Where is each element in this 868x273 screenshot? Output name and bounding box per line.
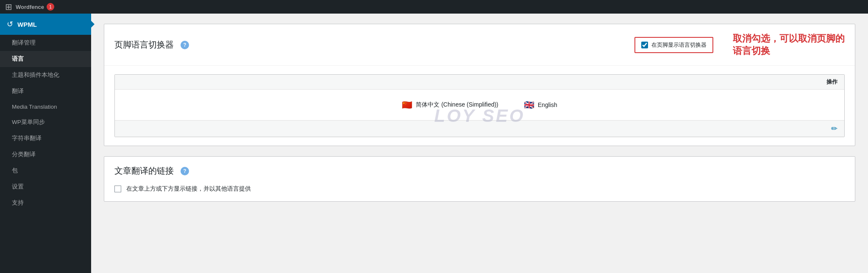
section2-title: 文章翻译的链接	[114, 165, 174, 177]
footer-language-switcher-section: 页脚语言切换器 ? 在页脚显示语言切换器 取消勾选，可以取消页脚的 语言切换 操…	[104, 24, 855, 146]
edit-icon[interactable]: ✏	[831, 124, 837, 133]
wpml-label: WPML	[17, 21, 37, 28]
sidebar-item-taxonomy-translation[interactable]: 分类翻译	[0, 146, 91, 163]
chinese-lang-name: 简体中文 (Chinese (Simplified))	[416, 101, 498, 109]
chinese-flag-icon: 🇨🇳	[402, 100, 412, 110]
lang-item-chinese: 🇨🇳 简体中文 (Chinese (Simplified))	[402, 100, 498, 110]
section2-header: 文章翻译的链接 ?	[104, 157, 855, 185]
sidebar-item-translation-management[interactable]: 翻译管理	[0, 35, 91, 51]
admin-bar: ⊞ Wordfence 1	[0, 0, 868, 14]
sidebar-wpml-item[interactable]: ↺ WPML	[0, 14, 91, 35]
lang-table-header: 操作	[115, 75, 844, 90]
lang-table: 操作 🇨🇳 简体中文 (Chinese (Simplified)) 🇬🇧 Eng…	[114, 74, 845, 137]
section2-help-icon[interactable]: ?	[181, 167, 189, 175]
lang-table-actions: ✏	[115, 120, 844, 137]
section1-header: 页脚语言切换器 ? 在页脚显示语言切换器 取消勾选，可以取消页脚的 语言切换	[104, 24, 855, 66]
sidebar-menu: 翻译管理 语言 主题和插件本地化 翻译 Media Translation WP…	[0, 35, 91, 211]
sidebar-item-string-translation[interactable]: 字符串翻译	[0, 130, 91, 146]
sidebar-item-support[interactable]: 支持	[0, 195, 91, 211]
section1-title: 页脚语言切换器	[114, 39, 174, 51]
footer-switcher-checkbox-label: 在页脚显示语言切换器	[651, 41, 707, 49]
sidebar-item-media-translation[interactable]: Media Translation	[0, 99, 91, 114]
annotation-text: 取消勾选，可以取消页脚的 语言切换	[733, 33, 845, 57]
footer-switcher-checkbox-banner[interactable]: 在页脚显示语言切换器	[634, 37, 713, 53]
sidebar-item-settings[interactable]: 设置	[0, 179, 91, 195]
sidebar-item-package[interactable]: 包	[0, 163, 91, 179]
section1-help-icon[interactable]: ?	[181, 41, 189, 49]
sidebar-item-theme-plugins[interactable]: 主题和插件本地化	[0, 67, 91, 83]
english-lang-name: English	[538, 101, 557, 108]
article-translation-section: 文章翻译的链接 ? 在文章上方或下方显示链接，并以其他语言提供	[104, 156, 855, 202]
footer-switcher-checkbox[interactable]	[641, 42, 648, 48]
sidebar-item-wp-menu-sync[interactable]: WP菜单同步	[0, 114, 91, 130]
admin-bar-title: Wordfence	[16, 4, 44, 10]
lang-table-row: 🇨🇳 简体中文 (Chinese (Simplified)) 🇬🇧 Englis…	[115, 90, 844, 120]
sidebar-item-languages[interactable]: 语言	[0, 51, 91, 67]
english-flag-icon: 🇬🇧	[524, 100, 534, 110]
article-translation-checkbox[interactable]	[114, 186, 121, 192]
sidebar-item-translation[interactable]: 翻译	[0, 83, 91, 99]
section1-body: 操作 🇨🇳 简体中文 (Chinese (Simplified)) 🇬🇧 Eng…	[104, 66, 855, 146]
wpml-icon: ↺	[7, 20, 13, 29]
section2-body: 在文章上方或下方显示链接，并以其他语言提供	[104, 185, 855, 201]
main-content: LOY SEO 页脚语言切换器 ? 在页脚显示语言切换器 取消勾选，可以取消页脚…	[91, 0, 868, 273]
content-wrap: LOY SEO 页脚语言切换器 ? 在页脚显示语言切换器 取消勾选，可以取消页脚…	[91, 14, 868, 222]
actions-label: 操作	[826, 78, 837, 86]
wordpress-logo-icon: ⊞	[5, 2, 12, 12]
sidebar: ↺ WPML 翻译管理 语言 主题和插件本地化 翻译 Media Transla…	[0, 0, 91, 273]
section2-desc: 在文章上方或下方显示链接，并以其他语言提供	[126, 185, 251, 193]
lang-item-english: 🇬🇧 English	[524, 100, 557, 110]
wordfence-badge: 1	[47, 3, 54, 11]
